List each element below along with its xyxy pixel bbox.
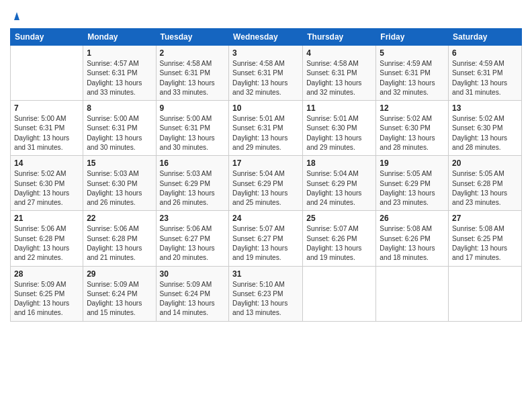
calendar-cell: 4Sunrise: 4:58 AMSunset: 6:31 PMDaylight…: [303, 46, 376, 101]
calendar-cell: 31Sunrise: 5:10 AMSunset: 6:23 PMDayligh…: [229, 266, 303, 321]
day-number: 10: [232, 103, 299, 113]
day-number: 7: [14, 103, 79, 113]
calendar-cell: 2Sunrise: 4:58 AMSunset: 6:31 PMDaylight…: [156, 46, 229, 101]
day-number: 3: [232, 48, 299, 58]
day-info: Sunrise: 5:04 AMSunset: 6:29 PMDaylight:…: [306, 169, 372, 208]
calendar-cell: 25Sunrise: 5:07 AMSunset: 6:26 PMDayligh…: [303, 211, 376, 266]
calendar-cell: 28Sunrise: 5:09 AMSunset: 6:25 PMDayligh…: [11, 266, 83, 321]
day-number: 18: [306, 158, 372, 168]
day-info: Sunrise: 5:00 AMSunset: 6:31 PMDaylight:…: [160, 114, 226, 152]
day-number: 26: [380, 214, 445, 223]
calendar-cell: [11, 46, 83, 101]
calendar-cell: 5Sunrise: 4:59 AMSunset: 6:31 PMDaylight…: [376, 46, 449, 101]
day-info: Sunrise: 5:09 AMSunset: 6:24 PMDaylight:…: [160, 280, 226, 318]
logo-icon: [11, 11, 22, 21]
day-info: Sunrise: 5:06 AMSunset: 6:28 PMDaylight:…: [14, 224, 79, 263]
day-info: Sunrise: 5:08 AMSunset: 6:26 PMDaylight:…: [380, 224, 445, 263]
day-number: 17: [232, 158, 299, 168]
calendar-cell: [449, 266, 522, 321]
day-number: 30: [160, 269, 226, 279]
day-header-sunday: Sunday: [11, 29, 83, 46]
calendar-cell: 20Sunrise: 5:05 AMSunset: 6:28 PMDayligh…: [449, 156, 522, 211]
day-info: Sunrise: 5:04 AMSunset: 6:29 PMDaylight:…: [232, 169, 299, 208]
calendar-cell: [376, 266, 449, 321]
calendar-cell: 21Sunrise: 5:06 AMSunset: 6:28 PMDayligh…: [11, 211, 83, 266]
calendar-cell: 11Sunrise: 5:01 AMSunset: 6:30 PMDayligh…: [303, 101, 376, 156]
day-info: Sunrise: 5:10 AMSunset: 6:23 PMDaylight:…: [232, 280, 299, 318]
day-info: Sunrise: 5:09 AMSunset: 6:24 PMDaylight:…: [87, 280, 152, 318]
calendar-cell: 13Sunrise: 5:02 AMSunset: 6:30 PMDayligh…: [449, 101, 522, 156]
day-info: Sunrise: 5:03 AMSunset: 6:29 PMDaylight:…: [160, 169, 226, 208]
calendar-cell: 9Sunrise: 5:00 AMSunset: 6:31 PMDaylight…: [156, 101, 229, 156]
calendar-cell: 23Sunrise: 5:06 AMSunset: 6:27 PMDayligh…: [156, 211, 229, 266]
day-info: Sunrise: 5:07 AMSunset: 6:27 PMDaylight:…: [232, 224, 299, 263]
day-info: Sunrise: 4:58 AMSunset: 6:31 PMDaylight:…: [306, 59, 372, 97]
day-number: 20: [452, 158, 518, 168]
calendar-cell: 8Sunrise: 5:00 AMSunset: 6:31 PMDaylight…: [83, 101, 156, 156]
day-number: 27: [452, 214, 518, 223]
day-info: Sunrise: 5:05 AMSunset: 6:28 PMDaylight:…: [452, 169, 518, 208]
day-number: 14: [14, 158, 79, 168]
day-info: Sunrise: 5:02 AMSunset: 6:30 PMDaylight:…: [452, 114, 518, 152]
day-number: 9: [160, 103, 226, 113]
calendar-cell: 30Sunrise: 5:09 AMSunset: 6:24 PMDayligh…: [156, 266, 229, 321]
calendar-cell: 1Sunrise: 4:57 AMSunset: 6:31 PMDaylight…: [83, 46, 156, 101]
day-header-saturday: Saturday: [449, 29, 522, 46]
day-info: Sunrise: 5:05 AMSunset: 6:29 PMDaylight:…: [380, 169, 445, 208]
calendar-cell: 29Sunrise: 5:09 AMSunset: 6:24 PMDayligh…: [83, 266, 156, 321]
day-info: Sunrise: 5:02 AMSunset: 6:30 PMDaylight:…: [14, 169, 79, 208]
day-info: Sunrise: 4:58 AMSunset: 6:31 PMDaylight:…: [160, 59, 226, 97]
day-number: 12: [380, 103, 445, 113]
day-info: Sunrise: 5:01 AMSunset: 6:31 PMDaylight:…: [232, 114, 299, 152]
calendar-cell: 18Sunrise: 5:04 AMSunset: 6:29 PMDayligh…: [303, 156, 376, 211]
day-number: 13: [452, 103, 518, 113]
calendar-cell: 14Sunrise: 5:02 AMSunset: 6:30 PMDayligh…: [11, 156, 83, 211]
day-number: 6: [452, 48, 518, 58]
calendar-cell: 15Sunrise: 5:03 AMSunset: 6:30 PMDayligh…: [83, 156, 156, 211]
calendar-cell: 6Sunrise: 4:59 AMSunset: 6:31 PMDaylight…: [449, 46, 522, 101]
day-info: Sunrise: 5:06 AMSunset: 6:28 PMDaylight:…: [87, 224, 152, 263]
day-info: Sunrise: 5:01 AMSunset: 6:30 PMDaylight:…: [306, 114, 372, 152]
day-number: 8: [87, 103, 152, 113]
day-number: 29: [87, 269, 152, 279]
day-header-wednesday: Wednesday: [229, 29, 303, 46]
calendar-cell: 3Sunrise: 4:58 AMSunset: 6:31 PMDaylight…: [229, 46, 303, 101]
day-number: 11: [306, 103, 372, 113]
calendar-cell: 16Sunrise: 5:03 AMSunset: 6:29 PMDayligh…: [156, 156, 229, 211]
calendar-cell: 10Sunrise: 5:01 AMSunset: 6:31 PMDayligh…: [229, 101, 303, 156]
day-number: 2: [160, 48, 226, 58]
day-info: Sunrise: 5:02 AMSunset: 6:30 PMDaylight:…: [380, 114, 445, 152]
day-number: 4: [306, 48, 372, 58]
calendar-cell: 26Sunrise: 5:08 AMSunset: 6:26 PMDayligh…: [376, 211, 449, 266]
calendar-cell: 12Sunrise: 5:02 AMSunset: 6:30 PMDayligh…: [376, 101, 449, 156]
day-number: 28: [14, 269, 79, 279]
day-info: Sunrise: 5:06 AMSunset: 6:27 PMDaylight:…: [160, 224, 226, 263]
calendar-cell: 24Sunrise: 5:07 AMSunset: 6:27 PMDayligh…: [229, 211, 303, 266]
day-header-monday: Monday: [83, 29, 156, 46]
day-number: 1: [87, 48, 152, 58]
day-info: Sunrise: 4:59 AMSunset: 6:31 PMDaylight:…: [380, 59, 445, 97]
day-info: Sunrise: 4:58 AMSunset: 6:31 PMDaylight:…: [232, 59, 299, 97]
day-number: 16: [160, 158, 226, 168]
day-info: Sunrise: 5:03 AMSunset: 6:30 PMDaylight:…: [87, 169, 152, 208]
calendar-cell: 19Sunrise: 5:05 AMSunset: 6:29 PMDayligh…: [376, 156, 449, 211]
header: [10, 7, 522, 24]
logo: [10, 9, 22, 24]
day-number: 21: [14, 214, 79, 223]
calendar-table: SundayMondayTuesdayWednesdayThursdayFrid…: [10, 28, 522, 322]
day-header-tuesday: Tuesday: [156, 29, 229, 46]
day-info: Sunrise: 5:07 AMSunset: 6:26 PMDaylight:…: [306, 224, 372, 263]
day-number: 19: [380, 158, 445, 168]
day-number: 25: [306, 214, 372, 223]
calendar-cell: 17Sunrise: 5:04 AMSunset: 6:29 PMDayligh…: [229, 156, 303, 211]
day-number: 23: [160, 214, 226, 223]
day-number: 5: [380, 48, 445, 58]
day-number: 31: [232, 269, 299, 279]
calendar-cell: 27Sunrise: 5:08 AMSunset: 6:25 PMDayligh…: [449, 211, 522, 266]
day-info: Sunrise: 4:59 AMSunset: 6:31 PMDaylight:…: [452, 59, 518, 97]
day-number: 15: [87, 158, 152, 168]
day-header-friday: Friday: [376, 29, 449, 46]
calendar-cell: 7Sunrise: 5:00 AMSunset: 6:31 PMDaylight…: [11, 101, 83, 156]
day-info: Sunrise: 5:00 AMSunset: 6:31 PMDaylight:…: [14, 114, 79, 152]
day-info: Sunrise: 4:57 AMSunset: 6:31 PMDaylight:…: [87, 59, 152, 97]
